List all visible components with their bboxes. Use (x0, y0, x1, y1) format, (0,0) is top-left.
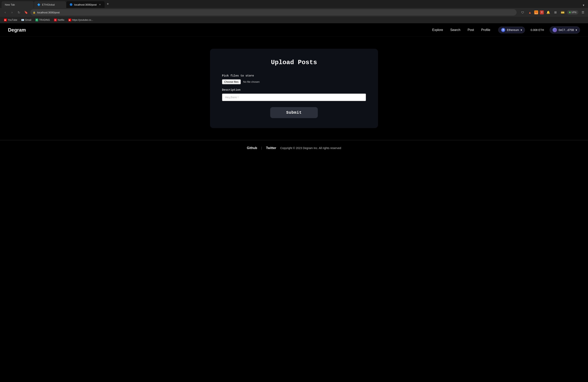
address-bar[interactable]: 🔒 localhost:3000/post (30, 9, 517, 16)
nav-post[interactable]: Post (468, 28, 474, 32)
reload-button[interactable]: ↻ (16, 10, 21, 15)
tab-new-tab[interactable]: New Tab (1, 1, 34, 8)
browser-toolbar-right: 🛡 ▲ 🦊 T 🔔 ⊞ 💳 VPN ☰ (520, 10, 586, 15)
tab-new-tab-label: New Tab (5, 3, 15, 6)
page-content: Degram Explore Search Post Profile Ether… (0, 23, 588, 382)
shield-icon[interactable]: 🛡 (520, 10, 525, 15)
nav-profile[interactable]: Profile (481, 28, 490, 32)
bookmarks-bar: ▶ YouTube 📧 Gmail T TRADING N Netflix ▶ … (0, 17, 588, 23)
bookmark-netflix-label: Netflix (58, 19, 64, 21)
tab-localhost-icon: 🔵 (70, 3, 73, 6)
gmail-favicon: 📧 (21, 19, 24, 21)
nav-search[interactable]: Search (450, 28, 461, 32)
bookmark-youtube-label: YouTube (8, 19, 17, 21)
bookmark-gmail[interactable]: 📧 Gmail (20, 18, 33, 22)
tab-close-icon[interactable]: ✕ (98, 3, 101, 6)
no-file-text: No file chosen (243, 80, 260, 83)
new-tab-button[interactable]: + (105, 1, 111, 7)
eth-network-selector[interactable]: Ethereum ▾ (498, 27, 525, 33)
youtube-favicon: ▶ (4, 19, 7, 21)
nav-explore[interactable]: Explore (432, 28, 443, 32)
nav-logo: Degram (8, 27, 26, 33)
back-button[interactable]: ‹ (2, 10, 8, 15)
main-container: Upload Posts Pick files to store Choose … (0, 37, 588, 140)
tabs-bar: New Tab 🔷 ETHGlobal 🔵 localhost:3000/pos… (0, 0, 588, 8)
tab-ethglobal-label: ETHGlobal (42, 3, 55, 6)
description-label: Description (222, 88, 366, 92)
footer-divider: | (261, 146, 262, 150)
trading-ext-icon[interactable]: T (540, 10, 544, 14)
eth-network-chevron: ▾ (521, 28, 522, 32)
browser-titlebar: ‹ › ↻ 🔖 🔒 localhost:3000/post 🛡 ▲ 🦊 T 🔔 … (0, 8, 588, 17)
vpn-label: VPN (571, 11, 576, 14)
bookmark-youtube[interactable]: ▶ YouTube (2, 18, 19, 22)
nav-controls: ‹ › ↻ (2, 10, 21, 15)
tab-ethglobal[interactable]: 🔷 ETHGlobal (34, 1, 66, 8)
tab-localhost[interactable]: 🔵 localhost:3000/post ✕ (66, 1, 105, 8)
vpn-badge[interactable]: VPN (567, 10, 578, 15)
browser-chrome: New Tab 🔷 ETHGlobal 🔵 localhost:3000/pos… (0, 0, 588, 23)
upload-card: Upload Posts Pick files to store Choose … (210, 49, 378, 128)
wallet-address[interactable]: 0xC7...d75B ▾ (550, 26, 580, 34)
bookmark-trading-label: TRADING (39, 19, 50, 21)
footer: Github | Twitter Copyright © 2023 Degram… (0, 140, 588, 156)
nav-links: Explore Search Post Profile (432, 28, 490, 32)
address-text: localhost:3000/post (37, 11, 60, 14)
bookmark-youtube-url-label: https://youtube.co... (72, 19, 93, 21)
footer-copyright: Copyright © 2023 Degram Inc. All rights … (280, 146, 341, 150)
wallet-address-text: 0xC7...d75B (559, 28, 574, 32)
lock-icon: 🔒 (33, 11, 36, 14)
description-section: Description (222, 88, 366, 101)
forward-button[interactable]: › (9, 10, 15, 15)
bookmark-gmail-label: Gmail (25, 19, 31, 21)
netflix-favicon: N (54, 19, 57, 21)
bookmark-netflix[interactable]: N Netflix (52, 18, 66, 22)
bookmark-youtube-url[interactable]: ▶ https://youtube.co... (67, 18, 95, 22)
eth-network-name: Ethereum (507, 28, 519, 32)
nav-right: Ethereum ▾ 0.008 ETH 0xC7...d75B ▾ (498, 26, 580, 34)
file-input-wrapper: Choose files No file chosen (222, 79, 366, 84)
tab-localhost-label: localhost:3000/post (74, 3, 97, 6)
wallet-ext-icon[interactable]: 💳 (560, 10, 566, 15)
fox-icon[interactable]: 🦊 (534, 10, 538, 14)
vpn-dot (569, 12, 571, 13)
tab-ethglobal-icon: 🔷 (37, 3, 41, 6)
eth-balance: 0.008 ETH (528, 27, 546, 33)
navbar: Degram Explore Search Post Profile Ether… (0, 23, 588, 37)
file-label: Pick files to store (222, 74, 366, 77)
footer-twitter[interactable]: Twitter (266, 146, 276, 150)
wallet-chevron: ▾ (576, 28, 577, 32)
upload-title: Upload Posts (222, 59, 366, 66)
tab-dropdown-icon[interactable]: ▾ (581, 2, 587, 8)
bookmark-icon[interactable]: 🔖 (23, 10, 29, 15)
bell-icon[interactable]: 🔔 (546, 10, 551, 15)
eth-logo (501, 28, 505, 32)
wallet-avatar (553, 28, 557, 32)
layout-icon[interactable]: ⊞ (553, 10, 558, 15)
file-section: Pick files to store Choose files No file… (222, 74, 366, 84)
youtube-url-favicon: ▶ (68, 19, 71, 21)
description-input[interactable] (222, 94, 366, 101)
menu-icon[interactable]: ☰ (580, 10, 586, 15)
brave-icon[interactable]: ▲ (527, 10, 533, 15)
bookmark-trading[interactable]: T TRADING (34, 18, 52, 22)
trading-favicon: T (35, 19, 38, 21)
choose-files-button[interactable]: Choose files (222, 79, 241, 84)
submit-button[interactable]: Submit (270, 107, 318, 118)
footer-github[interactable]: Github (247, 146, 257, 150)
